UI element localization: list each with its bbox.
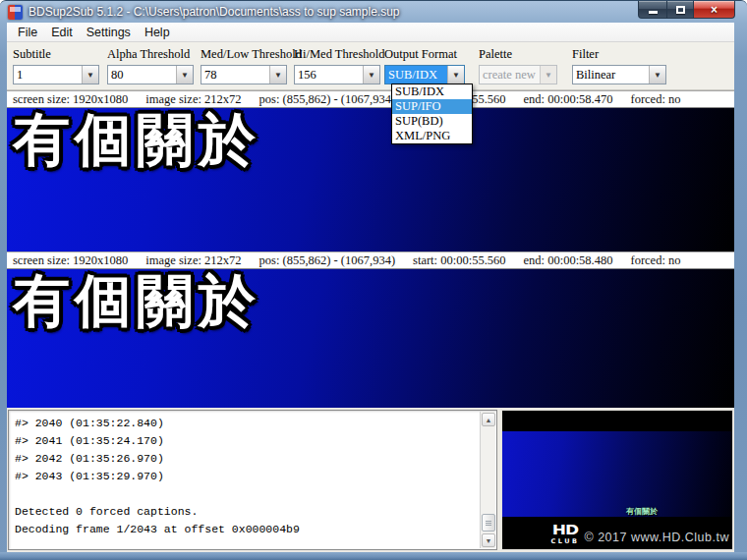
console-line: Decoding frame 1/2043 at offset 0x000004… [15,521,477,538]
subtitle-label: Subtitle [13,47,99,62]
source-subtitle-text: 有個關於 [13,108,260,172]
source-info-bar: screen size: 1920x1080 image size: 212x7… [7,90,734,108]
palette-value: create new [480,66,540,84]
chevron-down-icon[interactable]: ▼ [269,66,286,84]
frame-preview-panel: 有個關於 HD CLUB © 2017 www.HD.Club.tw [501,410,733,550]
minimize-icon [649,11,658,14]
filter-label: Filter [572,47,666,62]
window-frame-bottom [0,552,747,560]
group-output-format: Output Format SUB/IDX ▼ [384,47,465,84]
console-line: Detected 0 forced captions. [15,503,477,521]
filter-combobox[interactable]: Bilinear ▼ [572,65,666,84]
scrollbar-thumb[interactable] [482,514,495,532]
output-format-dropdown: SUB/IDX SUP/IFO SUP(BD) XML/PNG [391,84,473,144]
chevron-down-icon[interactable]: ▼ [649,66,665,84]
source-image-size: image size: 212x72 [145,92,241,107]
group-medlow-threshold: Med/Low Threshold 78 ▼ [201,47,302,84]
scroll-up-icon[interactable]: ▲ [482,413,495,426]
watermark: HD CLUB © 2017 www.HD.Club.tw [551,522,729,545]
scroll-down-icon[interactable]: ▼ [482,533,495,547]
group-himed-threshold: Hi/Med Threshold 156 ▼ [294,47,384,84]
console-scrollbar[interactable]: ▲ ▼ [480,412,495,548]
group-subtitle: Subtitle 1 ▼ [13,47,99,84]
menu-settings[interactable]: Settings [80,24,138,41]
menu-help[interactable]: Help [138,24,177,41]
dropdown-option-supbd[interactable]: SUP(BD) [392,114,472,129]
subtitle-combobox[interactable]: 1 ▼ [13,65,99,84]
himed-threshold-label: Hi/Med Threshold [294,47,384,62]
minimize-button[interactable] [638,1,666,19]
dropdown-option-supifo[interactable]: SUP/IFO [392,99,472,114]
palette-combobox: create new ▼ [479,65,557,84]
target-screen-size: screen size: 1920x1080 [13,253,128,268]
output-format-value: SUB/IDX [385,66,447,84]
hd-logo-top: HD [552,523,578,536]
window-title: BDSup2Sub 5.1.2 - C:\Users\patron\Docume… [29,5,400,19]
chevron-down-icon: ▼ [540,66,556,84]
app-window: BDSup2Sub 5.1.2 - C:\Users\patron\Docume… [0,0,747,560]
window-controls: × [638,1,735,19]
console-line: #> 2042 (01:35:26.970) [15,450,477,468]
group-alpha-threshold: Alpha Threshold 80 ▼ [107,47,194,84]
menu-bar: File Edit Settings Help [7,23,734,42]
hd-club-logo: HD CLUB [551,522,580,545]
console-line: #> 2041 (01:35:24.170) [15,432,477,450]
group-filter: Filter Bilinear ▼ [572,47,666,84]
subtitle-value: 1 [14,66,82,84]
close-button[interactable]: × [694,1,735,19]
source-forced-flag: forced: no [630,92,680,107]
chevron-down-icon[interactable]: ▼ [176,66,193,84]
output-format-combobox[interactable]: SUB/IDX ▼ [384,65,465,84]
target-info-bar: screen size: 1920x1080 image size: 212x7… [7,252,734,269]
himed-threshold-value: 156 [295,66,363,84]
target-position: pos: (855,862) - (1067,934) [259,253,396,268]
menu-edit[interactable]: Edit [44,24,80,41]
himed-threshold-combobox[interactable]: 156 ▼ [294,65,380,84]
target-forced-flag: forced: no [630,253,680,268]
console-line: #> 2043 (01:35:29.970) [15,468,477,485]
target-subtitle-preview: 有個關於 [7,269,734,408]
close-icon: × [711,3,718,17]
alpha-threshold-label: Alpha Threshold [107,47,194,62]
chevron-down-icon[interactable]: ▼ [82,66,98,84]
target-end-time: end: 00:00:58.480 [524,253,613,268]
toolbar: Subtitle 1 ▼ Alpha Threshold 80 ▼ Med/Lo… [7,42,734,90]
source-position: pos: (855,862) - (1067,934) [259,92,396,107]
group-palette: Palette create new ▼ [479,47,557,84]
watermark-text: © 2017 www.HD.Club.tw [584,531,729,544]
chevron-down-icon[interactable]: ▼ [363,66,379,84]
frame-preview-video [502,431,733,517]
source-screen-size: screen size: 1920x1080 [13,92,128,107]
alpha-threshold-value: 80 [108,66,176,84]
maximize-icon [676,6,685,14]
medlow-threshold-label: Med/Low Threshold [201,47,302,62]
chevron-down-icon[interactable]: ▼ [447,66,464,84]
menu-file[interactable]: File [11,24,44,41]
console-line: #> 2040 (01:35:22.840) [15,415,477,432]
filter-value: Bilinear [573,66,649,84]
medlow-threshold-value: 78 [201,66,269,84]
source-subtitle-preview: 有個關於 [7,108,734,252]
output-format-label: Output Format [384,47,465,62]
dropdown-option-xmlpng[interactable]: XML/PNG [392,129,472,143]
alpha-threshold-combobox[interactable]: 80 ▼ [107,65,194,84]
console-log[interactable]: #> 2040 (01:35:22.840) #> 2041 (01:35:24… [8,410,497,550]
medlow-threshold-combobox[interactable]: 78 ▼ [201,65,287,84]
target-subtitle-text: 有個關於 [13,269,260,333]
dropdown-option-subidx[interactable]: SUB/IDX [392,84,472,99]
title-bar: BDSup2Sub 5.1.2 - C:\Users\patron\Docume… [0,1,747,23]
palette-label: Palette [479,47,557,62]
target-start-time: start: 00:00:55.560 [413,253,505,268]
target-image-size: image size: 212x72 [145,253,241,268]
hd-logo-bottom: CLUB [551,538,580,545]
maximize-button[interactable] [666,1,694,19]
app-icon [8,5,23,20]
client-area: File Edit Settings Help Subtitle 1 ▼ Alp… [7,23,734,553]
frame-mini-subtitle: 有個關於 [626,506,658,517]
console-line [15,485,477,503]
source-end-time: end: 00:00:58.470 [524,92,613,107]
bottom-row: #> 2040 (01:35:22.840) #> 2041 (01:35:24… [7,408,734,553]
